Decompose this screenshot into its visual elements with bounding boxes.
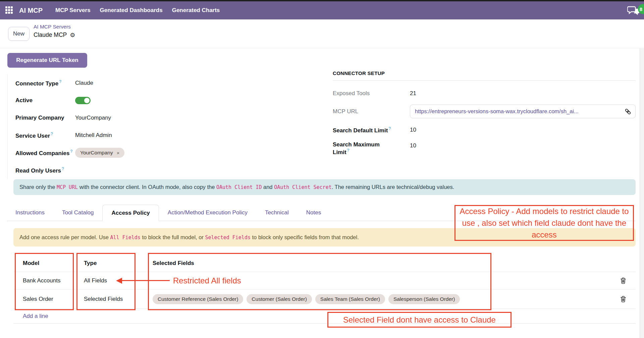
cell-type[interactable]: Selected Fields	[75, 296, 148, 302]
connector-setup-title: CONNECTOR SETUP	[333, 70, 636, 81]
field-search-maximum-limit: Search Maximum Limit? 10	[333, 141, 636, 156]
help-icon: ?	[70, 149, 73, 154]
connector-form-left: Connector Type? Claude Active Primary Co…	[7, 74, 323, 179]
nav-generated-dashboards[interactable]: Generated Dashboards	[95, 7, 167, 14]
help-icon: ?	[388, 126, 391, 131]
mcp-url-value[interactable]: https://entrepreneurs-versions-soma-wax.…	[415, 108, 621, 115]
table-header-row: Model Type Selected Fields	[13, 255, 636, 272]
column-header-selected-fields[interactable]: Selected Fields	[148, 260, 610, 267]
tag-label: YourCompany	[80, 150, 113, 156]
exposed-tools-value: 21	[410, 90, 416, 97]
gear-icon[interactable]: ⚙	[70, 32, 75, 38]
active-toggle[interactable]	[75, 97, 91, 104]
connector-setup-section: CONNECTOR SETUP Exposed Tools 21 MCP URL…	[333, 70, 636, 155]
field-tag[interactable]: Salesperson (Sales Order)	[388, 294, 460, 304]
code-mcp-url: MCP URL	[57, 184, 78, 190]
tab-action-method-execution-policy[interactable]: Action/Method Execution Policy	[159, 205, 256, 221]
top-navbar: AI MCP MCP Servers Generated Dashboards …	[0, 0, 644, 19]
breadcrumb-parent-link[interactable]: AI MCP Servers	[34, 24, 75, 30]
help-icon: ?	[59, 79, 61, 84]
search-maximum-limit-value[interactable]: 10	[410, 142, 416, 149]
cell-selected-fields[interactable]: Customer Reference (Sales Order) Custome…	[148, 294, 610, 304]
warning-alert: Add one access rule per model. Use All F…	[13, 228, 636, 247]
service-user-value[interactable]: Mitchell Admin	[75, 132, 112, 139]
delete-row-button[interactable]	[619, 276, 628, 285]
column-header-model[interactable]: Model	[13, 260, 75, 267]
field-exposed-tools: Exposed Tools 21	[333, 90, 636, 97]
field-service-user: Service User? Mitchell Admin	[8, 127, 323, 144]
toggle-knob	[84, 98, 90, 103]
field-search-default-limit: Search Default Limit? 10	[333, 126, 636, 134]
info-alert: Share only the MCP URL with the connecto…	[13, 179, 636, 195]
primary-company-label: Primary Company	[15, 115, 64, 121]
field-active: Active	[8, 92, 323, 109]
cell-type[interactable]: All Fields	[75, 277, 148, 284]
code-oauth-client-secret: OAuth Client Secret	[274, 184, 332, 190]
connector-type-label: Connector Type	[15, 80, 58, 86]
mcp-url-label: MCP URL	[333, 108, 410, 115]
field-connector-type: Connector Type? Claude	[8, 74, 323, 92]
tab-access-policy[interactable]: Access Policy	[102, 205, 159, 221]
read-only-users-label: Read Only Users	[15, 167, 61, 174]
nav-generated-charts[interactable]: Generated Charts	[167, 7, 225, 14]
access-policy-table: Model Type Selected Fields Bank Accounts…	[13, 255, 636, 324]
exposed-tools-label: Exposed Tools	[333, 90, 410, 97]
messages-icon[interactable]: 8	[627, 6, 641, 16]
record-title: Claude MCP	[34, 31, 67, 39]
cell-model[interactable]: Bank Accounts	[13, 277, 75, 284]
service-user-label: Service User	[15, 132, 50, 139]
add-line-row: Add a line	[13, 309, 636, 324]
notebook-tabs: Instructions Tool Catalog Access Policy …	[7, 205, 636, 221]
connector-type-value[interactable]: Claude	[75, 80, 93, 86]
tag-remove-icon[interactable]: ×	[117, 150, 120, 156]
active-label: Active	[15, 97, 33, 104]
search-maximum-limit-label: Search Maximum Limit	[333, 141, 380, 155]
warning-text: Add one access rule per model. Use	[19, 234, 110, 240]
table-row: Bank Accounts All Fields	[13, 272, 636, 289]
tab-notes[interactable]: Notes	[298, 205, 330, 221]
field-primary-company: Primary Company YourCompany	[8, 109, 323, 127]
field-tag[interactable]: Customer Reference (Sales Order)	[153, 294, 243, 304]
regenerate-url-token-button[interactable]: Regenerate URL Token	[7, 53, 87, 68]
app-brand[interactable]: AI MCP	[19, 7, 43, 14]
tab-tool-catalog[interactable]: Tool Catalog	[53, 205, 103, 221]
control-panel: New AI MCP Servers Claude MCP ⚙	[0, 19, 644, 48]
table-row: Sales Order Selected Fields Customer Ref…	[13, 289, 636, 309]
vertical-scrollbar[interactable]	[640, 49, 644, 338]
field-mcp-url: MCP URL https://entrepreneurs-versions-s…	[333, 105, 636, 118]
field-tag[interactable]: Customer (Sales Order)	[247, 294, 312, 304]
primary-company-value[interactable]: YourCompany	[75, 115, 111, 121]
field-tag[interactable]: Sales Team (Sales Order)	[315, 294, 385, 304]
mcp-url-input[interactable]: https://entrepreneurs-versions-soma-wax.…	[410, 105, 636, 118]
help-icon: ?	[51, 132, 53, 136]
code-selected-fields: Selected Fields	[205, 234, 250, 241]
allowed-company-tag[interactable]: YourCompany ×	[75, 148, 124, 158]
help-icon: ?	[347, 148, 350, 153]
column-header-type[interactable]: Type	[75, 260, 148, 267]
nav-mcp-servers[interactable]: MCP Servers	[51, 7, 95, 14]
field-read-only-users: Read Only Users?	[8, 161, 323, 179]
cell-model[interactable]: Sales Order	[13, 296, 75, 302]
info-text: Share only the	[19, 184, 57, 190]
field-allowed-companies: Allowed Companies? YourCompany ×	[8, 144, 323, 161]
tab-technical[interactable]: Technical	[256, 205, 298, 221]
tab-instructions[interactable]: Instructions	[7, 205, 53, 221]
link-icon[interactable]	[625, 108, 631, 115]
search-default-limit-label: Search Default Limit	[333, 127, 388, 134]
new-button[interactable]: New	[8, 27, 30, 41]
code-all-fields: All Fields	[110, 234, 141, 241]
code-oauth-client-id: OAuth Client ID	[216, 184, 262, 190]
allowed-companies-label: Allowed Companies	[15, 150, 70, 156]
breadcrumb: AI MCP Servers Claude MCP ⚙	[34, 24, 75, 39]
help-icon: ?	[62, 166, 64, 171]
delete-row-button[interactable]	[619, 294, 628, 304]
add-a-line-link[interactable]: Add a line	[13, 313, 48, 320]
search-default-limit-value[interactable]: 10	[410, 127, 416, 133]
apps-grid-icon[interactable]	[5, 6, 14, 15]
